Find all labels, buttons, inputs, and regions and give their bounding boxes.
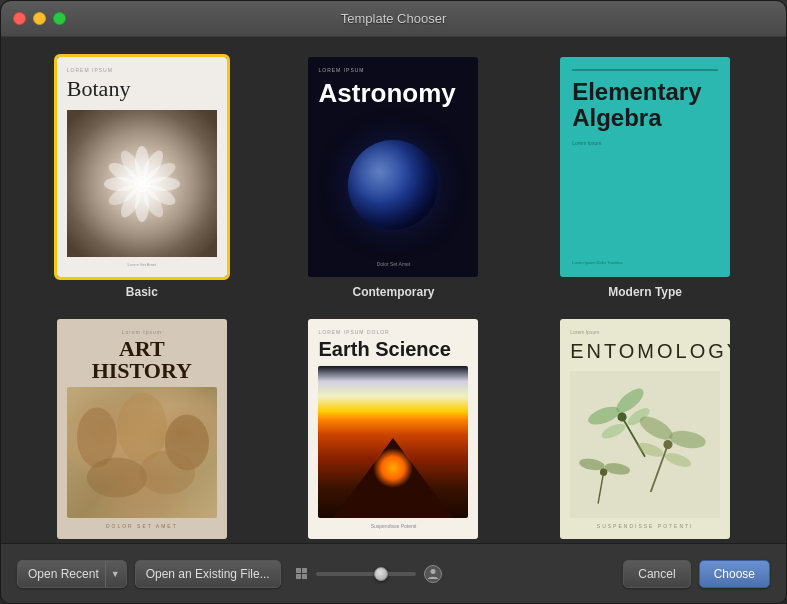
craft-small-label: Lorem Ipsum	[570, 329, 720, 335]
contemporary-label: Contemporary	[352, 285, 434, 299]
template-item-contemporary[interactable]: LOREM IPSUM Astronomy Dolor Set Amet Con…	[283, 57, 505, 299]
basic-label: Basic	[126, 285, 158, 299]
craft-bottom-text: SUSPENDISSE POTENTI	[570, 523, 720, 529]
cancel-label: Cancel	[638, 567, 675, 581]
classic-small-label: Lorem Ipsum	[67, 329, 217, 335]
template-cover-basic[interactable]: LOREM IPSUM Botany	[57, 57, 227, 277]
svg-point-12	[134, 176, 150, 192]
svg-rect-34	[296, 568, 301, 573]
template-grid: LOREM IPSUM Botany	[31, 57, 756, 543]
zoom-slider-track[interactable]	[316, 572, 416, 576]
person-icon	[424, 565, 442, 583]
bottom-bar: Open Recent ▼ Open an Existing File...	[1, 543, 786, 603]
template-cover-modern-type[interactable]: Elementary Algebra Lorem Ipsum Lorem Ips…	[560, 57, 730, 277]
svg-point-22	[600, 421, 628, 442]
zoom-slider-thumb[interactable]	[374, 567, 388, 581]
template-item-editorial[interactable]: LOREM IPSUM DOLOR Earth Science Suspendi…	[283, 319, 505, 543]
minimize-button[interactable]	[33, 12, 46, 25]
basic-bottom-label: Lorem Set Amet	[67, 262, 217, 267]
dropdown-arrow-icon[interactable]: ▼	[105, 561, 120, 587]
open-existing-button[interactable]: Open an Existing File...	[135, 560, 281, 588]
svg-rect-35	[302, 568, 307, 573]
svg-point-28	[636, 440, 666, 460]
editorial-book-title: Earth Science	[318, 338, 468, 361]
choose-button[interactable]: Choose	[699, 560, 770, 588]
basic-book-title: Botany	[67, 76, 217, 102]
content-area: LOREM IPSUM Botany	[1, 37, 786, 543]
choose-label: Choose	[714, 567, 755, 581]
traffic-lights	[13, 12, 66, 25]
editorial-bottom-text: Suspendisse Potenti	[318, 523, 468, 529]
svg-rect-36	[296, 574, 301, 579]
svg-point-29	[663, 450, 693, 470]
template-item-basic[interactable]: LOREM IPSUM Botany	[31, 57, 253, 299]
modern-type-label: Modern Type	[608, 285, 682, 299]
basic-small-label: LOREM IPSUM	[67, 67, 217, 73]
open-recent-button[interactable]: Open Recent ▼	[17, 560, 127, 588]
open-existing-label: Open an Existing File...	[146, 567, 270, 581]
grid-small-icon	[294, 567, 308, 581]
modern-type-book-title: Elementary Algebra	[572, 79, 718, 132]
template-item-craft[interactable]: Lorem Ipsum ENTOMOLOGY	[534, 319, 756, 543]
template-item-modern-type[interactable]: Elementary Algebra Lorem Ipsum Lorem Ips…	[534, 57, 756, 299]
svg-point-33	[604, 461, 631, 476]
window-title: Template Chooser	[341, 11, 447, 26]
svg-line-30	[598, 472, 604, 504]
modern-type-bottom-text: Lorem Ipsum Dolor Tractitus	[572, 260, 718, 265]
template-cover-classic[interactable]: Lorem Ipsum ART HISTORY	[57, 319, 227, 539]
maximize-button[interactable]	[53, 12, 66, 25]
title-bar: Template Chooser	[1, 1, 786, 37]
template-cover-craft[interactable]: Lorem Ipsum ENTOMOLOGY	[560, 319, 730, 539]
template-chooser-window: Template Chooser LOREM IPSUM Botany	[0, 0, 787, 604]
editorial-small-label: LOREM IPSUM DOLOR	[318, 329, 468, 335]
svg-rect-37	[302, 574, 307, 579]
open-recent-label: Open Recent	[28, 567, 99, 581]
contemporary-small-label: LOREM IPSUM	[318, 67, 468, 73]
slider-area	[289, 565, 448, 583]
template-item-classic[interactable]: Lorem Ipsum ART HISTORY	[31, 319, 253, 543]
contemporary-bottom-text: Dolor Set Amet	[318, 261, 468, 267]
classic-bottom-label: DOLOR SET AMET	[67, 523, 217, 529]
classic-book-title: ART HISTORY	[67, 338, 217, 382]
template-cover-contemporary[interactable]: LOREM IPSUM Astronomy Dolor Set Amet	[308, 57, 478, 277]
close-button[interactable]	[13, 12, 26, 25]
contemporary-book-title: Astronomy	[318, 78, 468, 109]
template-cover-editorial[interactable]: LOREM IPSUM DOLOR Earth Science Suspendi…	[308, 319, 478, 539]
svg-point-38	[431, 569, 436, 574]
cancel-button[interactable]: Cancel	[623, 560, 690, 588]
svg-point-27	[668, 428, 707, 451]
svg-point-16	[87, 458, 147, 498]
svg-point-17	[139, 451, 195, 495]
craft-book-title: ENTOMOLOGY	[570, 340, 720, 363]
